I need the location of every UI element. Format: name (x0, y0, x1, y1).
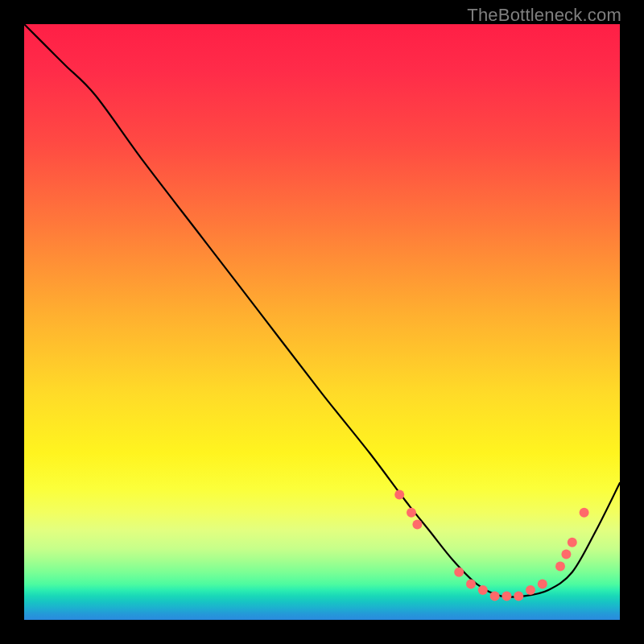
curve-marker (407, 508, 416, 518)
chart-frame: TheBottleneck.com (0, 0, 644, 644)
curve-marker (466, 580, 476, 589)
curve-marker (412, 520, 422, 530)
plot-area (24, 24, 620, 620)
curve-marker (490, 591, 500, 601)
curve-marker (561, 550, 571, 559)
curve-marker (526, 585, 535, 595)
curve-marker (580, 508, 589, 518)
watermark-text: TheBottleneck.com (467, 5, 621, 26)
curve-marker (555, 561, 565, 571)
curve-marker (538, 580, 547, 589)
curve-marker (478, 585, 488, 595)
curve-marker (568, 538, 577, 547)
bottleneck-curve (24, 24, 620, 597)
curve-marker (502, 591, 511, 601)
curve-marker (454, 568, 464, 577)
curve-marker (514, 591, 523, 601)
curve-marker (394, 490, 404, 500)
curve-svg (24, 24, 620, 620)
